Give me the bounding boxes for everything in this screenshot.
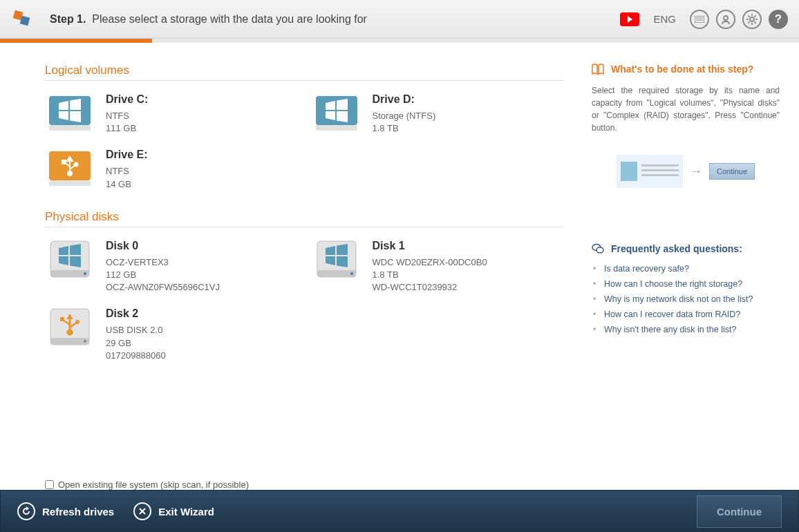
faq-item[interactable]: Is data recovery safe? <box>592 261 780 276</box>
svg-line-14 <box>755 15 756 17</box>
drive-name: Drive D: <box>373 93 436 106</box>
faq-heading: Frequently asked questions: <box>592 243 780 254</box>
svg-line-11 <box>748 15 749 17</box>
help-sidebar: What's to be done at this step? Select t… <box>592 43 799 485</box>
faq-item[interactable]: How can I recover data from RAID? <box>592 307 780 322</box>
refresh-icon <box>17 502 35 520</box>
drive-name: Disk 1 <box>373 240 487 252</box>
header: Step 1. Please select a storage with the… <box>0 0 799 39</box>
exit-wizard-button[interactable]: Exit Wizard <box>133 502 214 520</box>
logical-volume-item[interactable]: Drive E:NTFS14 GB <box>45 144 298 193</box>
language-selector[interactable]: ENG <box>646 13 683 25</box>
drive-icon <box>312 238 361 281</box>
drive-info: Disk 2USB DISK 2.029 GB017209888060 <box>106 306 166 362</box>
step-description: Please select a storage with the data yo… <box>92 13 367 25</box>
refresh-label: Refresh drives <box>42 506 114 517</box>
user-icon[interactable] <box>716 10 735 29</box>
svg-point-26 <box>75 163 78 167</box>
refresh-drives-button[interactable]: Refresh drives <box>17 502 114 520</box>
svg-line-13 <box>748 21 749 23</box>
skip-scan-checkbox[interactable] <box>45 480 54 489</box>
drive-detail: NTFS <box>106 165 147 178</box>
svg-point-6 <box>750 17 754 21</box>
svg-rect-31 <box>317 270 356 277</box>
drive-name: Disk 2 <box>106 307 166 320</box>
svg-point-41 <box>75 320 79 324</box>
faq-heading-text: Frequently asked questions: <box>611 243 742 254</box>
svg-rect-2 <box>695 16 704 23</box>
section-logical-title: Logical volumes <box>45 64 564 77</box>
drive-info: Drive E:NTFS14 GB <box>106 147 147 190</box>
divider <box>45 227 564 227</box>
close-icon <box>133 502 151 520</box>
drive-info: Drive C:NTFS111 GB <box>106 92 148 135</box>
drive-name: Disk 0 <box>106 240 220 252</box>
svg-point-35 <box>84 340 86 343</box>
svg-rect-15 <box>49 96 91 125</box>
app-logo-icon <box>11 8 33 30</box>
drive-detail: 29 GB <box>106 337 166 350</box>
drive-detail: 14 GB <box>106 178 147 191</box>
physical-disk-item[interactable]: Disk 2USB DISK 2.029 GB017209888060 <box>45 303 298 365</box>
drive-detail: NTFS <box>106 110 148 122</box>
drive-detail: OCZ-VERTEX3 <box>106 256 220 269</box>
drive-icon <box>312 92 361 135</box>
drive-info: Disk 1WDC WD20EZRX-00DC0B01.8 TBWD-WCC1T… <box>373 238 487 294</box>
help-text: Select the required storage by its name … <box>592 84 780 134</box>
faq-item[interactable]: Why isn't there any disk in the list? <box>592 322 780 337</box>
step-number: Step 1. <box>50 13 86 25</box>
drive-detail: USB DISK 2.0 <box>106 324 166 336</box>
drive-icon <box>45 147 95 190</box>
svg-rect-17 <box>316 96 357 125</box>
faq-item[interactable]: Why is my network disk not on the list? <box>592 292 780 307</box>
drive-info: Drive D:Storage (NTFS)1.8 TB <box>373 92 436 135</box>
svg-rect-34 <box>50 338 89 345</box>
logical-volume-item[interactable]: Drive D:Storage (NTFS)1.8 TB <box>312 89 565 137</box>
svg-rect-20 <box>49 180 91 186</box>
svg-point-32 <box>350 272 353 275</box>
keyboard-icon[interactable] <box>690 10 709 29</box>
chat-icon <box>592 243 604 254</box>
faq-item[interactable]: How can I choose the right storage? <box>592 276 780 292</box>
svg-rect-39 <box>60 317 64 321</box>
drive-detail: 1.8 TB <box>373 269 487 281</box>
svg-rect-16 <box>49 125 91 131</box>
divider <box>45 80 564 81</box>
exit-label: Exit Wizard <box>158 506 214 517</box>
drive-detail: 112 GB <box>106 269 220 281</box>
continue-button[interactable]: Continue <box>697 495 782 528</box>
svg-point-5 <box>724 16 728 20</box>
footer: Refresh drives Exit Wizard Continue <box>0 490 799 532</box>
illustration-continue-button: Continue <box>709 163 755 180</box>
drive-detail: Storage (NTFS) <box>373 110 436 122</box>
help-icon[interactable]: ? <box>769 10 788 29</box>
book-icon <box>592 64 604 75</box>
youtube-icon[interactable] <box>620 12 639 26</box>
gear-icon[interactable] <box>742 10 762 29</box>
header-actions: ENG ? <box>620 10 788 29</box>
content-panel: Logical volumes Drive C:NTFS111 GBDrive … <box>0 43 592 485</box>
drive-icon <box>45 92 95 135</box>
drive-name: Drive E: <box>106 149 147 161</box>
physical-disk-item[interactable]: Disk 1WDC WD20EZRX-00DC0B01.8 TBWD-WCC1T… <box>312 236 565 297</box>
help-heading-text: What's to be done at this step? <box>611 64 753 75</box>
faq-list: Is data recovery safe?How can I choose t… <box>592 261 780 337</box>
logical-volume-item[interactable]: Drive C:NTFS111 GB <box>45 89 298 137</box>
step-title: Step 1. Please select a storage with the… <box>50 13 620 26</box>
progress-fill <box>0 39 152 43</box>
main-area: Logical volumes Drive C:NTFS111 GBDrive … <box>0 43 799 485</box>
physical-disk-item[interactable]: Disk 0OCZ-VERTEX3112 GBOCZ-AWNZ0FW55696C… <box>45 236 298 297</box>
svg-rect-28 <box>50 270 89 277</box>
svg-rect-24 <box>62 160 66 164</box>
physical-disks-grid: Disk 0OCZ-VERTEX3112 GBOCZ-AWNZ0FW55696C… <box>45 236 564 365</box>
section-physical-title: Physical disks <box>45 210 564 224</box>
svg-line-12 <box>755 21 756 23</box>
svg-point-43 <box>596 247 603 253</box>
illustration-storage-icon <box>617 155 683 188</box>
drive-detail: WDC WD20EZRX-00DC0B0 <box>373 256 487 269</box>
progress-bar <box>0 39 799 43</box>
drive-info: Disk 0OCZ-VERTEX3112 GBOCZ-AWNZ0FW55696C… <box>106 238 220 294</box>
logical-volumes-grid: Drive C:NTFS111 GBDrive D:Storage (NTFS)… <box>45 89 564 193</box>
help-illustration: → Continue <box>592 155 780 188</box>
drive-name: Drive C: <box>106 93 148 106</box>
